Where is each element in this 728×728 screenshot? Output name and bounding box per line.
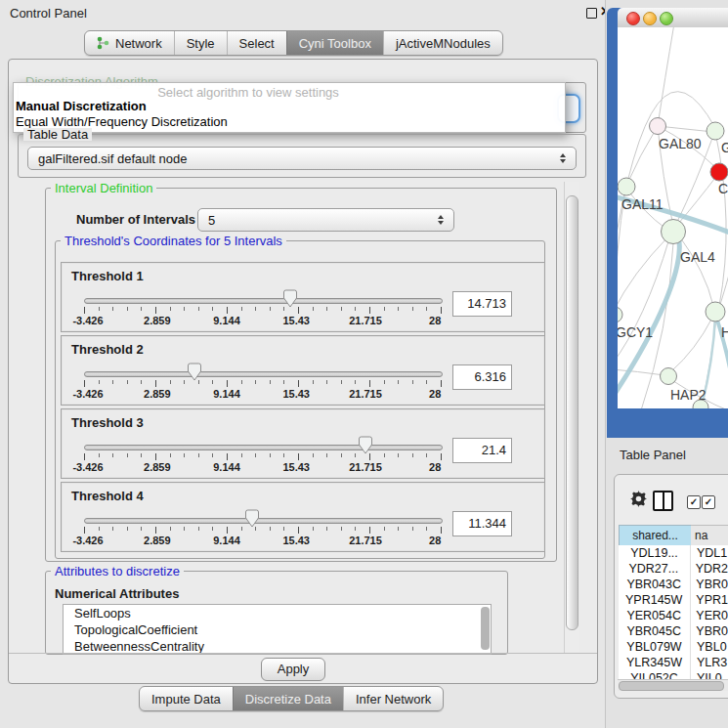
node-ga[interactable] [707,122,724,140]
table-cell[interactable]: YDR27... [619,561,689,577]
tab-discretize-data[interactable]: Discretize Data [233,687,343,710]
table-cell[interactable]: YER054C [619,608,689,623]
table-cell[interactable]: YER0 [689,608,728,623]
tab-network[interactable]: Network [85,31,174,55]
table-row[interactable]: YER054CYER0 [619,608,728,623]
split-columns-icon[interactable] [653,491,673,511]
number-of-intervals-label: Number of Intervals [76,212,195,227]
slider-scale: -3.4262.859 9.14415.43 21.71528 [84,535,441,546]
table-row[interactable]: YPR145WYPR1 [619,592,728,608]
slider-scale: -3.4262.859 9.14415.43 21.71528 [84,315,441,326]
threshold-panel: Threshold 4 -3.4262.859 9.14415.43 21.71… [61,482,545,552]
network-graph: GAL80 GA C GAL11 GAL4 GCY1 H HAP2 [618,27,728,408]
table-cell[interactable]: YBL079W [619,639,690,655]
numerical-attributes-label: Numerical Attributes [55,586,179,601]
threshold-label: Threshold 4 [71,489,144,503]
node-label: GAL80 [659,136,702,151]
list-item[interactable]: TopologicalCoefficient [64,621,491,638]
table-row[interactable]: YDL19...YDL1 [619,545,728,561]
attributes-group-label: Attributes to discretize [51,565,184,578]
cytoscape-app: Control Panel ✕ Network Style Select Cyn… [0,0,728,728]
table-cell[interactable]: YBL0 [690,639,727,655]
slider-handle[interactable] [244,509,259,528]
divider [9,653,597,654]
table-row[interactable]: YBR043CYBR0 [619,577,728,592]
node-gal11[interactable] [618,178,635,195]
interval-definition-label: Interval Definition [51,182,156,194]
table-cell[interactable]: YDL19... [619,545,690,561]
scrollbar-thumb[interactable] [566,195,578,630]
tab-select[interactable]: Select [227,31,286,55]
threshold-value-field[interactable]: 14.713 [452,291,512,317]
control-panel-tabs: Network Style Select Cyni Toolbox jActiv… [84,30,503,56]
node-label: C [718,181,728,196]
close-traffic-light-icon[interactable] [626,12,640,25]
slider-handle[interactable] [282,289,297,308]
table-data-value: galFiltered.sif default node [28,151,556,166]
threshold-label: Threshold 3 [71,415,144,430]
table-cell[interactable]: YDR2 [689,561,728,577]
node-gcy1[interactable] [618,307,622,322]
threshold-panel: Threshold 2 -3.4262.859 9.14415.43 21.71… [61,335,545,406]
table-row[interactable]: YBR045CYBR0 [619,623,728,639]
tab-style[interactable]: Style [174,31,227,55]
table-cell[interactable]: YBR045C [619,623,689,639]
table-row[interactable]: YLR345WYLR3 [619,655,728,670]
slider-scale: -3.4262.859 9.14415.43 21.71528 [84,461,441,473]
tab-jactivemnodules[interactable]: jActiveMNodules [383,31,502,55]
spinner-arrows-icon [556,153,570,163]
table-cell[interactable]: YIL0 [690,670,722,679]
node-label: HAP2 [670,387,707,403]
table-cell[interactable]: YBR0 [689,577,728,592]
column-header-name[interactable]: na [691,525,728,546]
threshold-value-field[interactable]: 11.344 [452,511,512,536]
table-cell[interactable]: YBR043C [619,577,689,592]
table-horizontal-scrollbar[interactable] [618,679,728,691]
table-row[interactable]: YIL052CYIL0 [619,670,728,679]
checkbox-checked-icon[interactable]: ✓ [702,495,715,509]
algorithm-dropdown-popup: Select algorithm to view settings Manual… [13,82,566,133]
panel-divider [605,0,606,728]
float-icon[interactable] [586,8,597,19]
tab-cyni-toolbox[interactable]: Cyni Toolbox [286,31,383,55]
network-view-canvas[interactable]: GAL80 GA C GAL11 GAL4 GCY1 H HAP2 [618,27,728,408]
network-window-titlebar[interactable] [618,8,728,28]
thresholds-group-label: Threshold's Coordinates for 5 Intervals [61,235,286,247]
list-item[interactable]: SelfLoops [64,605,491,621]
table-data-combo[interactable]: galFiltered.sif default node [27,147,577,170]
column-header-shared-name[interactable]: shared... [619,525,692,546]
threshold-value-field[interactable]: 21.4 [452,438,512,463]
gear-icon[interactable] [630,491,647,510]
table-cell[interactable]: YIL052C [619,670,690,679]
node-gal80[interactable] [650,118,666,135]
slider-handle[interactable] [359,436,373,454]
zoom-traffic-light-icon[interactable] [660,12,673,25]
table-cell[interactable]: YLR345W [619,655,690,670]
tab-infer-network[interactable]: Infer Network [343,687,443,710]
node-gal4[interactable] [662,220,686,244]
scrollbar-thumb[interactable] [619,681,724,691]
node-hap2[interactable] [661,368,677,385]
apply-button[interactable]: Apply [261,658,325,681]
settings-vertical-scrollbar[interactable] [564,182,579,653]
slider-handle[interactable] [188,363,202,381]
minimize-traffic-light-icon[interactable] [643,12,657,25]
table-cell[interactable]: YDL1 [690,545,727,561]
table-cell[interactable]: YLR3 [690,655,727,670]
table-row[interactable]: YDR27...YDR2 [619,561,728,577]
checkbox-checked-icon[interactable]: ✓ [687,495,701,509]
number-of-intervals-combo[interactable]: 5 [197,208,454,232]
node-red-selected[interactable] [710,163,728,181]
table-cell[interactable]: YPR1 [689,592,728,608]
list-scrollbar-thumb[interactable] [481,607,490,650]
number-of-intervals-value: 5 [198,213,434,228]
column-separator [690,545,691,679]
table-cell[interactable]: YBR0 [689,623,728,639]
table-row[interactable]: YBL079WYBL0 [619,639,728,655]
algorithm-option-manual[interactable]: Manual Discretization [16,99,147,113]
threshold-value-field[interactable]: 6.316 [452,364,512,390]
node-h[interactable] [706,302,725,321]
tab-impute-data[interactable]: Impute Data [140,687,233,710]
slider-scale: -3.4262.859 9.14415.43 21.71528 [84,388,441,400]
table-cell[interactable]: YPR145W [619,592,689,608]
